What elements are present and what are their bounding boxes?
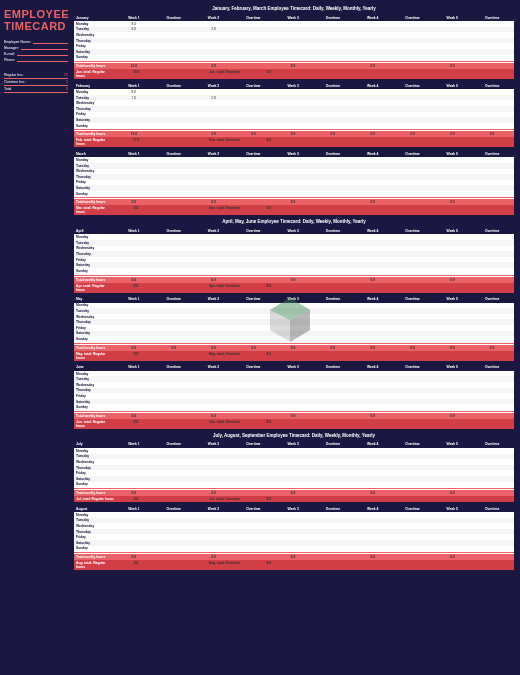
hours-cell[interactable] bbox=[472, 235, 512, 239]
hours-cell[interactable] bbox=[353, 107, 393, 111]
hours-cell[interactable] bbox=[313, 55, 353, 59]
hours-cell[interactable] bbox=[233, 107, 273, 111]
hours-cell[interactable] bbox=[114, 192, 154, 196]
hours-cell[interactable] bbox=[472, 394, 512, 398]
hours-cell[interactable] bbox=[432, 337, 472, 341]
hours-cell[interactable] bbox=[353, 263, 393, 267]
hours-cell[interactable] bbox=[154, 320, 194, 324]
hours-cell[interactable] bbox=[194, 55, 234, 59]
hours-cell[interactable] bbox=[114, 180, 154, 184]
hours-cell[interactable] bbox=[194, 326, 234, 330]
hours-cell[interactable] bbox=[114, 326, 154, 330]
hours-cell[interactable] bbox=[273, 383, 313, 387]
hours-cell[interactable] bbox=[472, 331, 512, 335]
hours-cell[interactable] bbox=[233, 55, 273, 59]
hours-cell[interactable] bbox=[472, 518, 512, 522]
hours-cell[interactable] bbox=[472, 477, 512, 481]
hours-cell[interactable] bbox=[194, 241, 234, 245]
hours-cell[interactable] bbox=[233, 263, 273, 267]
hours-cell[interactable] bbox=[353, 513, 393, 517]
hours-cell[interactable] bbox=[114, 460, 154, 464]
hours-cell[interactable] bbox=[393, 400, 433, 404]
hours-cell[interactable] bbox=[393, 175, 433, 179]
hours-cell[interactable] bbox=[432, 460, 472, 464]
hours-cell[interactable] bbox=[194, 44, 234, 48]
hours-cell[interactable] bbox=[432, 50, 472, 54]
hours-cell[interactable] bbox=[313, 169, 353, 173]
hours-cell[interactable] bbox=[273, 192, 313, 196]
hours-cell[interactable] bbox=[393, 394, 433, 398]
hours-cell[interactable] bbox=[114, 454, 154, 458]
hours-cell[interactable] bbox=[472, 454, 512, 458]
hours-cell[interactable] bbox=[273, 55, 313, 59]
hours-cell[interactable] bbox=[273, 337, 313, 341]
hours-cell[interactable] bbox=[313, 326, 353, 330]
hours-cell[interactable] bbox=[233, 471, 273, 475]
hours-cell[interactable] bbox=[114, 246, 154, 250]
hours-cell[interactable] bbox=[154, 383, 194, 387]
hours-cell[interactable] bbox=[432, 235, 472, 239]
hours-cell[interactable] bbox=[353, 44, 393, 48]
hours-cell[interactable] bbox=[233, 33, 273, 37]
hours-cell[interactable] bbox=[472, 466, 512, 470]
hours-cell[interactable] bbox=[353, 372, 393, 376]
hours-cell[interactable] bbox=[114, 320, 154, 324]
hours-cell[interactable] bbox=[154, 449, 194, 453]
hours-cell[interactable] bbox=[154, 90, 194, 94]
hours-cell[interactable] bbox=[233, 309, 273, 313]
hours-cell[interactable] bbox=[313, 252, 353, 256]
hours-cell[interactable] bbox=[194, 180, 234, 184]
hours-cell[interactable] bbox=[154, 118, 194, 122]
hours-cell[interactable] bbox=[472, 180, 512, 184]
hours-cell[interactable] bbox=[393, 192, 433, 196]
hours-cell[interactable] bbox=[393, 383, 433, 387]
hours-cell[interactable] bbox=[432, 518, 472, 522]
hours-cell[interactable] bbox=[194, 50, 234, 54]
hours-cell[interactable] bbox=[114, 309, 154, 313]
hours-cell[interactable] bbox=[472, 246, 512, 250]
hours-cell[interactable] bbox=[154, 22, 194, 26]
hours-cell[interactable] bbox=[313, 44, 353, 48]
hours-cell[interactable] bbox=[472, 535, 512, 539]
hours-cell[interactable] bbox=[432, 252, 472, 256]
hours-cell[interactable] bbox=[154, 27, 194, 31]
hours-cell[interactable] bbox=[154, 164, 194, 168]
hours-cell[interactable] bbox=[273, 269, 313, 273]
hours-cell[interactable] bbox=[393, 460, 433, 464]
hours-cell[interactable] bbox=[432, 541, 472, 545]
hours-cell[interactable] bbox=[472, 241, 512, 245]
hours-cell[interactable] bbox=[194, 192, 234, 196]
hours-cell[interactable] bbox=[114, 405, 154, 409]
hours-cell[interactable] bbox=[393, 33, 433, 37]
hours-cell[interactable] bbox=[353, 546, 393, 550]
hours-cell[interactable] bbox=[114, 331, 154, 335]
hours-cell[interactable] bbox=[393, 524, 433, 528]
hours-cell[interactable] bbox=[313, 33, 353, 37]
hours-cell[interactable] bbox=[273, 524, 313, 528]
hours-cell[interactable] bbox=[353, 175, 393, 179]
hours-cell[interactable] bbox=[432, 482, 472, 486]
hours-cell[interactable] bbox=[194, 169, 234, 173]
hours-cell[interactable] bbox=[353, 246, 393, 250]
hours-cell[interactable] bbox=[472, 482, 512, 486]
hours-cell[interactable] bbox=[273, 518, 313, 522]
hours-cell[interactable] bbox=[154, 337, 194, 341]
hours-cell[interactable] bbox=[432, 535, 472, 539]
hours-cell[interactable] bbox=[273, 263, 313, 267]
hours-cell[interactable] bbox=[313, 269, 353, 273]
hours-cell[interactable] bbox=[154, 169, 194, 173]
hours-cell[interactable] bbox=[472, 471, 512, 475]
hours-cell[interactable] bbox=[114, 235, 154, 239]
hours-cell[interactable] bbox=[472, 175, 512, 179]
hours-cell[interactable] bbox=[114, 518, 154, 522]
hours-cell[interactable] bbox=[353, 90, 393, 94]
hours-cell[interactable] bbox=[114, 263, 154, 267]
hours-cell[interactable] bbox=[353, 454, 393, 458]
hours-cell[interactable] bbox=[353, 524, 393, 528]
hours-cell[interactable] bbox=[432, 96, 472, 100]
hours-cell[interactable] bbox=[233, 388, 273, 392]
hours-cell[interactable] bbox=[393, 405, 433, 409]
hours-cell[interactable] bbox=[313, 27, 353, 31]
hours-cell[interactable] bbox=[353, 50, 393, 54]
hours-cell[interactable] bbox=[393, 372, 433, 376]
